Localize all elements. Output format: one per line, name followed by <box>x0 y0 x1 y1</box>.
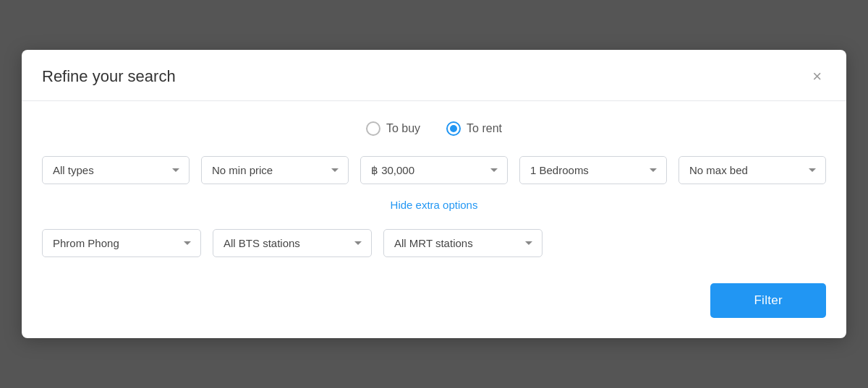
listing-type-radio-group: To buy To rent <box>42 121 826 136</box>
max-bed-select-wrapper: No max bed 1 Bedrooms 2 Bedrooms 3 Bedro… <box>678 156 826 184</box>
type-select[interactable]: All types Condo House Villa Apartment <box>42 156 190 184</box>
hide-extra-options-link[interactable]: Hide extra options <box>391 199 478 211</box>
modal-header: Refine your search × <box>22 50 846 101</box>
to-rent-radio-label[interactable]: To rent <box>446 121 502 136</box>
extra-selects-row: All areas Phrom Phong Asok Thonglor Ekka… <box>42 229 826 257</box>
max-bed-select[interactable]: No max bed 1 Bedrooms 2 Bedrooms 3 Bedro… <box>678 156 826 184</box>
max-price-select-wrapper: No max price ฿ 10,000 ฿ 20,000 ฿ 30,000 … <box>360 156 508 184</box>
bts-select-wrapper: All BTS stations Phrom Phong Asok Nana T… <box>213 229 372 257</box>
hide-extra-options-row: Hide extra options <box>42 199 826 212</box>
to-rent-radio[interactable] <box>446 121 461 136</box>
search-modal: Refine your search × To buy To rent All … <box>22 50 846 338</box>
min-bed-select[interactable]: No min bed 1 Bedrooms 2 Bedrooms 3 Bedro… <box>519 156 667 184</box>
mrt-select-wrapper: All MRT stations Sukhumvit Asok Phetchab… <box>383 229 542 257</box>
modal-body: To buy To rent All types Condo House Vil… <box>22 101 846 338</box>
area-select-wrapper: All areas Phrom Phong Asok Thonglor Ekka… <box>42 229 201 257</box>
filter-button[interactable]: Filter <box>710 283 826 318</box>
to-rent-label: To rent <box>467 122 502 135</box>
min-price-select[interactable]: No min price ฿ 5,000 ฿ 10,000 ฿ 20,000 ฿… <box>201 156 349 184</box>
to-buy-label: To buy <box>386 122 420 135</box>
type-select-wrapper: All types Condo House Villa Apartment <box>42 156 190 184</box>
mrt-select[interactable]: All MRT stations Sukhumvit Asok Phetchab… <box>383 229 542 257</box>
area-select[interactable]: All areas Phrom Phong Asok Thonglor Ekka… <box>42 229 201 257</box>
main-selects-row: All types Condo House Villa Apartment No… <box>42 156 826 184</box>
to-buy-radio-label[interactable]: To buy <box>366 121 420 136</box>
min-price-select-wrapper: No min price ฿ 5,000 ฿ 10,000 ฿ 20,000 ฿… <box>201 156 349 184</box>
modal-title: Refine your search <box>42 67 176 86</box>
max-price-select[interactable]: No max price ฿ 10,000 ฿ 20,000 ฿ 30,000 … <box>360 156 508 184</box>
close-button[interactable]: × <box>808 66 826 87</box>
footer-row: Filter <box>42 277 826 318</box>
bts-select[interactable]: All BTS stations Phrom Phong Asok Nana T… <box>213 229 372 257</box>
to-buy-radio[interactable] <box>366 121 380 136</box>
min-bed-select-wrapper: No min bed 1 Bedrooms 2 Bedrooms 3 Bedro… <box>519 156 667 184</box>
